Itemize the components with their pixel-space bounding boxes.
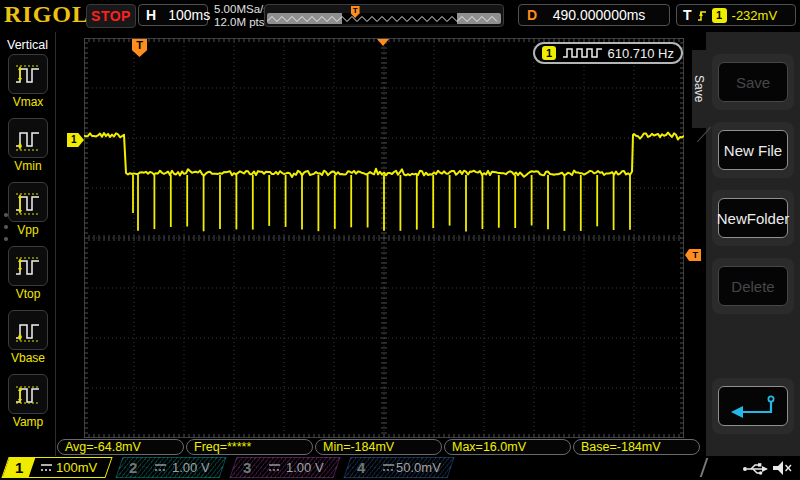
delete-button[interactable]: Delete xyxy=(718,266,788,306)
waveform-plot xyxy=(84,38,684,438)
channel-number: 2 xyxy=(129,459,137,476)
vtop-icon xyxy=(13,251,43,281)
new-file-button-block: New File xyxy=(712,122,794,178)
dc-coupling-icon xyxy=(154,463,167,472)
channel-scale: 1.00 V xyxy=(172,460,218,475)
vmin-icon xyxy=(13,123,43,153)
delay-menu[interactable]: D 490.000000ms xyxy=(518,4,670,26)
trigger-source-badge: 1 xyxy=(712,8,727,23)
top-bar: RIGOL STOP H 100ms 5.00MSa/s 12.0M pts T… xyxy=(0,0,800,32)
save-button-block: Save xyxy=(712,54,794,110)
counter-frequency-value: 610.710 Hz xyxy=(608,46,675,61)
new-folder-button-block: NewFolder xyxy=(712,190,794,246)
counter-channel-badge: 1 xyxy=(542,46,556,60)
vpp-icon xyxy=(13,187,43,217)
horizontal-menu[interactable]: H 100ms xyxy=(138,4,208,26)
trigger-label: T xyxy=(683,7,692,23)
channel-scale: 1.00 V xyxy=(286,460,332,475)
sidebar-item-label: Vpp xyxy=(0,223,56,237)
sidebar-item-vbase[interactable]: Vbase xyxy=(0,310,56,365)
run-state-indicator[interactable]: STOP xyxy=(86,4,136,28)
sidebar-item-vamp[interactable]: Vamp xyxy=(0,374,56,429)
channel-scale: 100mV xyxy=(56,460,105,475)
sidebar-item-vtop[interactable]: Vtop xyxy=(0,246,56,301)
rising-edge-icon xyxy=(697,8,707,23)
sidebar-item-label: Vmin xyxy=(0,159,56,173)
memory-position-bar[interactable]: T xyxy=(264,4,504,27)
sidebar-item-label: Vbase xyxy=(0,351,56,365)
trigger-level-marker[interactable]: T xyxy=(685,249,701,261)
sidebar-item-label: Vmax xyxy=(0,95,56,109)
channel-3-tab[interactable]: 3 1.00 V xyxy=(229,457,340,478)
measure-menu-sidebar: Vertical Vmax Vmin Vpp Vtop Vbase Vamp xyxy=(0,32,56,456)
measurement-avg: Avg=-64.8mV xyxy=(57,439,184,455)
menu-title: Vertical xyxy=(0,32,55,52)
menu-page-dots xyxy=(4,205,8,249)
trigger-level-value: -232mV xyxy=(732,8,778,23)
speaker-muted-icon xyxy=(772,460,792,476)
back-button[interactable] xyxy=(718,386,788,426)
delay-value: 490.000000ms xyxy=(553,7,646,23)
trigger-menu[interactable]: T 1 -232mV xyxy=(676,4,796,26)
dc-coupling-icon xyxy=(268,463,281,472)
horizontal-timebase-value: 100ms xyxy=(168,7,210,23)
new-folder-button[interactable]: NewFolder xyxy=(718,198,788,238)
channel-number: 1 xyxy=(15,459,23,476)
memory-depth: 12.0M pts xyxy=(214,16,269,29)
save-button[interactable]: Save xyxy=(718,62,788,102)
acquisition-info: 5.00MSa/s 12.0M pts xyxy=(214,3,269,29)
waveform-display-area xyxy=(84,38,684,438)
delay-label: D xyxy=(527,7,537,23)
measurement-min: Min=-184mV xyxy=(315,439,442,455)
vmax-icon xyxy=(13,59,43,89)
sidebar-item-vmin[interactable]: Vmin xyxy=(0,118,56,173)
vbase-icon xyxy=(13,315,43,345)
return-arrow-icon xyxy=(727,393,779,419)
back-button-block xyxy=(712,378,794,434)
status-divider xyxy=(700,458,709,477)
brand-logo: RIGOL xyxy=(4,1,89,28)
new-file-button[interactable]: New File xyxy=(718,130,788,170)
channel-1-tab[interactable]: 1 100mV xyxy=(1,457,112,478)
vamp-icon xyxy=(13,379,43,409)
softkey-menu-panel: Save Save New File NewFolder Delete xyxy=(706,32,800,456)
sample-rate: 5.00MSa/s xyxy=(214,3,269,16)
menu-tab-notch xyxy=(697,127,711,143)
channel1-ground-marker[interactable]: 1 xyxy=(67,133,84,147)
square-wave-icon xyxy=(562,47,602,59)
memory-waveform-icon xyxy=(267,13,501,24)
measurement-freq: Freq=***** xyxy=(186,439,313,455)
memory-track xyxy=(267,13,501,24)
channel-number: 4 xyxy=(357,459,365,476)
sidebar-item-label: Vtop xyxy=(0,287,56,301)
measurement-base: Base=-184mV xyxy=(573,439,700,455)
usb-icon xyxy=(742,461,768,476)
channel-4-tab[interactable]: 4 50.0mV xyxy=(343,457,454,478)
menu-tab-save: Save xyxy=(692,50,706,128)
channel-2-tab[interactable]: 2 1.00 V xyxy=(115,457,226,478)
oscilloscope-screen: RIGOL STOP H 100ms 5.00MSa/s 12.0M pts T… xyxy=(0,0,800,480)
channel-scale: 50.0mV xyxy=(396,460,449,475)
channel-number: 3 xyxy=(243,459,251,476)
horizontal-label: H xyxy=(146,7,156,23)
sidebar-item-vpp[interactable]: Vpp xyxy=(0,182,56,237)
frequency-counter: 1 610.710 Hz xyxy=(533,42,683,64)
dc-coupling-icon xyxy=(382,463,395,472)
sidebar-item-label: Vamp xyxy=(0,415,56,429)
dc-coupling-icon xyxy=(40,463,53,472)
measurement-max: Max=16.0mV xyxy=(444,439,571,455)
delete-button-block: Delete xyxy=(712,258,794,314)
sidebar-item-vmax[interactable]: Vmax xyxy=(0,54,56,109)
